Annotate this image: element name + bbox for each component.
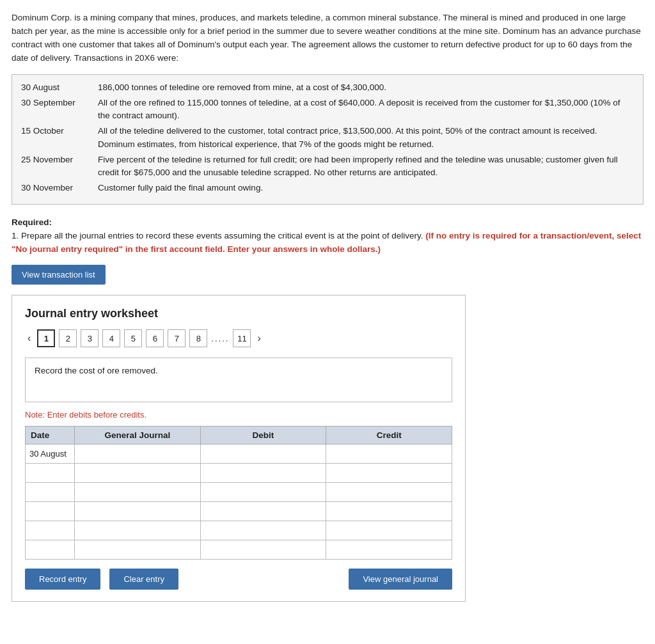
worksheet-title: Journal entry worksheet <box>25 307 452 320</box>
row5-debit-input[interactable] <box>205 526 322 535</box>
intro-paragraph: Dominum Corp. is a mining company that m… <box>12 12 643 65</box>
row6-debit-input[interactable] <box>205 545 322 554</box>
entry-description-text: Record the cost of ore removed. <box>35 366 158 375</box>
button-row: Record entry Clear entry View general jo… <box>25 569 452 590</box>
page-7-button[interactable]: 7 <box>168 329 185 347</box>
table-row <box>26 464 452 483</box>
row1-date: 30 August <box>26 444 75 464</box>
row3-debit-cell[interactable] <box>200 483 326 502</box>
tx-date-3: 15 October <box>21 125 98 151</box>
row1-credit-input[interactable] <box>330 449 448 459</box>
record-entry-button[interactable]: Record entry <box>25 569 100 590</box>
row1-debit-cell[interactable] <box>200 444 326 464</box>
row5-debit-cell[interactable] <box>200 521 326 540</box>
page-1-button[interactable]: 1 <box>37 329 55 347</box>
row4-general-journal-input[interactable] <box>79 507 196 516</box>
row5-general-journal-cell[interactable] <box>74 521 200 540</box>
row2-general-journal-cell[interactable] <box>74 464 200 483</box>
row4-debit-input[interactable] <box>205 507 322 516</box>
table-row <box>26 483 452 502</box>
row6-debit-cell[interactable] <box>200 540 326 560</box>
table-row: 30 August <box>26 444 452 464</box>
tx-desc-2: All of the ore refined to 115,000 tonnes… <box>98 97 634 123</box>
tx-desc-5: Customer fully paid the final amount owi… <box>98 182 634 194</box>
row1-debit-input[interactable] <box>205 449 322 459</box>
table-row <box>26 502 452 521</box>
row4-credit-cell[interactable] <box>326 502 452 521</box>
transaction-row-4: 25 November Five percent of the teledine… <box>21 153 634 180</box>
row3-credit-cell[interactable] <box>326 483 452 502</box>
transaction-table: 30 August 186,000 tonnes of teledine ore… <box>12 74 643 205</box>
note-text: Note: Enter debits before credits. <box>25 410 452 420</box>
row1-general-journal-cell[interactable] <box>74 444 200 464</box>
col-header-credit: Credit <box>326 427 452 444</box>
tx-desc-3: All of the teledine delivered to the cus… <box>98 125 634 151</box>
entry-description-box: Record the cost of ore removed. <box>25 357 452 402</box>
row3-general-journal-input[interactable] <box>79 487 196 497</box>
row5-credit-input[interactable] <box>330 526 448 535</box>
row2-general-journal-input[interactable] <box>79 468 196 478</box>
page-2-button[interactable]: 2 <box>59 329 77 347</box>
row6-date <box>26 540 75 560</box>
page-3-button[interactable]: 3 <box>81 329 99 347</box>
page-dots: ..... <box>211 334 229 343</box>
page-8-button[interactable]: 8 <box>189 329 207 347</box>
row3-debit-input[interactable] <box>205 487 322 497</box>
row1-credit-cell[interactable] <box>326 444 452 464</box>
transaction-row-5: 30 November Customer fully paid the fina… <box>21 182 634 194</box>
row5-date <box>26 521 75 540</box>
journal-entry-worksheet: Journal entry worksheet ‹ 1 2 3 4 5 6 7 … <box>12 295 466 602</box>
row6-general-journal-cell[interactable] <box>74 540 200 560</box>
row3-credit-input[interactable] <box>330 487 448 497</box>
transaction-row-3: 15 October All of the teledine delivered… <box>21 125 634 151</box>
pagination: ‹ 1 2 3 4 5 6 7 8 ..... 11 › <box>25 329 452 347</box>
page-11-button[interactable]: 11 <box>233 329 251 347</box>
prev-page-button[interactable]: ‹ <box>25 333 33 344</box>
required-label: Required: <box>12 217 52 227</box>
page-5-button[interactable]: 5 <box>124 329 142 347</box>
clear-entry-button[interactable]: Clear entry <box>109 569 178 590</box>
table-header-row: Date General Journal Debit Credit <box>26 427 452 444</box>
row2-credit-input[interactable] <box>330 468 448 478</box>
table-row <box>26 540 452 560</box>
row2-debit-cell[interactable] <box>200 464 326 483</box>
row3-general-journal-cell[interactable] <box>74 483 200 502</box>
tx-date-2: 30 September <box>21 97 98 123</box>
tx-date-5: 30 November <box>21 182 98 194</box>
page-6-button[interactable]: 6 <box>146 329 164 347</box>
row4-debit-cell[interactable] <box>200 502 326 521</box>
row1-general-journal-input[interactable] <box>79 449 196 459</box>
row5-general-journal-input[interactable] <box>79 526 196 535</box>
tx-desc-1: 186,000 tonnes of teledine ore removed f… <box>98 81 634 94</box>
view-general-journal-button[interactable]: View general journal <box>349 569 452 590</box>
journal-table: Date General Journal Debit Credit 30 Aug… <box>25 426 452 560</box>
col-header-general-journal: General Journal <box>74 427 200 444</box>
row2-date <box>26 464 75 483</box>
col-header-debit: Debit <box>200 427 326 444</box>
page-4-button[interactable]: 4 <box>102 329 120 347</box>
row4-general-journal-cell[interactable] <box>74 502 200 521</box>
row2-credit-cell[interactable] <box>326 464 452 483</box>
row4-date <box>26 502 75 521</box>
row6-general-journal-input[interactable] <box>79 545 196 554</box>
row2-debit-input[interactable] <box>205 468 322 478</box>
required-section: Required: 1. Prepare all the journal ent… <box>12 216 643 256</box>
row3-date <box>26 483 75 502</box>
view-transaction-button[interactable]: View transaction list <box>12 265 106 285</box>
next-page-button[interactable]: › <box>255 333 263 344</box>
transaction-row-1: 30 August 186,000 tonnes of teledine ore… <box>21 81 634 94</box>
row6-credit-input[interactable] <box>330 545 448 554</box>
row6-credit-cell[interactable] <box>326 540 452 560</box>
tx-date-4: 25 November <box>21 153 98 180</box>
transaction-row-2: 30 September All of the ore refined to 1… <box>21 97 634 123</box>
row5-credit-cell[interactable] <box>326 521 452 540</box>
row4-credit-input[interactable] <box>330 507 448 516</box>
tx-date-1: 30 August <box>21 81 98 94</box>
tx-desc-4: Five percent of the teledine is returned… <box>98 153 634 180</box>
col-header-date: Date <box>26 427 75 444</box>
table-row <box>26 521 452 540</box>
required-text: 1. Prepare all the journal entries to re… <box>12 231 423 240</box>
